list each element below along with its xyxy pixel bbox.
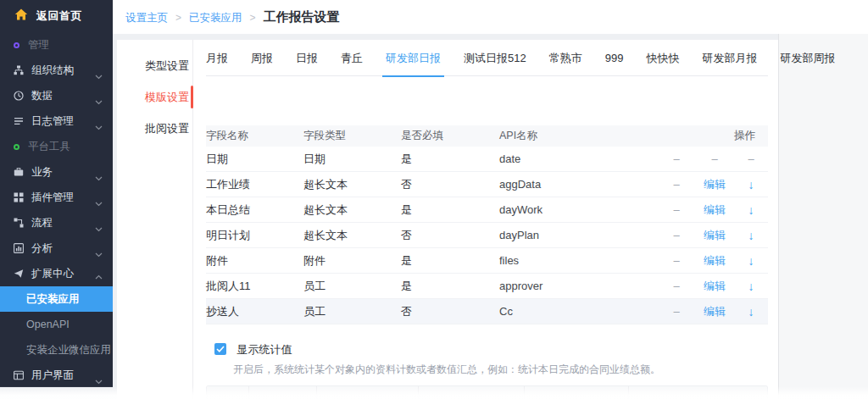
edit-button[interactable]: 编辑 [695,304,734,319]
breadcrumb-link[interactable]: 已安装应用 [189,12,242,24]
field-api: Cc [499,305,658,318]
show-stats-description: 开启后，系统统计某个对象内的资料计数或者数值汇总，例如：统计本日完成的合同业绩总… [214,363,768,377]
move-down-icon[interactable]: ↓ [734,254,768,268]
edit-button[interactable]: 编辑 [695,279,734,294]
field-required: 否 [401,304,499,319]
tab-item[interactable]: 周报 [251,40,273,76]
tab-item[interactable]: 测试日报512 [464,40,526,76]
sidebar-item-label: 业务 [31,165,53,180]
sidebar: 返回首页 管理组织结构数据日志管理平台工具业务插件管理流程分析扩展中心已安装应用… [0,0,113,387]
sidebar-item-label: 安装企业微信应用 [26,343,111,357]
sidebar-item-7[interactable]: 流程 [0,210,113,236]
move-down-icon[interactable]: ↓ [734,305,768,319]
tab-item[interactable]: 999 [605,40,624,76]
field-name: 日期 [206,152,303,167]
field-name: 工作业绩 [206,177,303,192]
edit-button[interactable]: 编辑 [695,253,734,269]
sidebar-item-label: 用户界面 [31,369,74,383]
field-name: 附件 [206,253,303,269]
field-api: files [499,254,658,267]
sidebar-item-12[interactable]: 安装企业微信应用 [0,337,113,363]
sidebar-item-9[interactable]: 扩展中心 [0,261,113,286]
op-dash: – [695,152,734,165]
op-dash: – [734,152,768,165]
sidebar-item-2[interactable]: 数据 [0,83,113,108]
sidebar-item-4[interactable]: 平台工具 [0,134,113,159]
tab-item[interactable]: 研发部日报 [386,40,441,76]
chevron-down-icon [95,93,103,108]
settings-menu-item-0[interactable]: 类型设置 [117,50,192,81]
field-required: 是 [401,253,499,269]
template-tabs: 月报周报日报青丘研发部日报测试日报512常熟市999快快快研发部月报研发部周报 [206,40,768,76]
sidebar-item-5[interactable]: 业务 [0,159,113,185]
chevron-down-icon [95,246,103,261]
content-panel: 月报周报日报青丘研发部日报测试日报512常熟市999快快快研发部月报研发部周报 … [193,40,778,399]
field-required: 是 [401,152,499,167]
edit-button[interactable]: 编辑 [695,202,734,218]
settings-menu-item-2[interactable]: 批阅设置 [117,113,192,144]
field-name: 本日总结 [206,202,303,218]
sidebar-item-label: OpenAPI [26,319,70,330]
show-stats-checkbox[interactable] [214,343,226,355]
log-icon [14,116,24,126]
stats-section: 显示统计值 开启后，系统统计某个对象内的资料计数或者数值汇总，例如：统计本日完成… [206,341,768,377]
back-home-button[interactable]: 返回首页 [0,0,113,32]
tab-item[interactable]: 研发部周报 [780,40,835,76]
move-down-icon[interactable]: ↓ [734,178,768,191]
move-down-icon[interactable]: ↓ [734,280,768,293]
chevron-up-icon [95,271,103,286]
tab-item[interactable]: 常熟市 [549,40,582,76]
op-dash: – [658,178,695,191]
fields-table: 字段名称 字段类型 是否必填 API名称 操作 日期 日期 是 date – –… [206,125,768,324]
sidebar-item-8[interactable]: 分析 [0,236,113,261]
tab-item[interactable]: 青丘 [341,40,363,76]
table-row: 明日计划 超长文本 否 dayPlan – 编辑 ↓ [206,223,768,248]
show-stats-label: 显示统计值 [236,343,292,356]
chevron-down-icon [95,220,103,236]
sidebar-item-label: 日志管理 [31,114,74,129]
sidebar-item-6[interactable]: 插件管理 [0,185,113,210]
table-row: 工作业绩 超长文本 否 aggData – 编辑 ↓ [206,172,768,197]
stats-table-header [207,386,767,399]
field-type: 附件 [303,253,401,269]
page: 返回首页 管理组织结构数据日志管理平台工具业务插件管理流程分析扩展中心已安装应用… [0,0,868,399]
sidebar-item-1[interactable]: 组织结构 [0,58,113,83]
field-api: aggData [499,178,658,191]
tab-item[interactable]: 研发部月报 [702,40,757,76]
sidebar-item-13[interactable]: 用户界面 [0,363,113,388]
sidebar-item-label: 平台工具 [28,140,70,154]
table-row: 批阅人11 员工 是 approver – 编辑 ↓ [206,274,768,299]
sidebar-item-label: 已安装应用 [26,292,80,307]
workflow-icon [14,218,24,228]
col-required: 是否必填 [401,129,499,143]
sidebar-item-3[interactable]: 日志管理 [0,108,113,134]
edit-button[interactable]: 编辑 [695,177,734,192]
move-down-icon[interactable]: ↓ [734,229,768,242]
sidebar-item-10[interactable]: 已安装应用 [0,286,113,312]
field-api: dayPlan [499,229,658,241]
field-api: approver [499,280,658,292]
table-row: 本日总结 超长文本 是 dayWork – 编辑 ↓ [206,197,768,223]
tab-item[interactable]: 月报 [206,40,228,76]
tab-item[interactable]: 日报 [296,40,318,76]
field-name: 抄送人 [206,304,303,319]
breadcrumb-link[interactable]: 设置主页 [125,12,168,24]
sidebar-item-label: 组织结构 [31,64,74,78]
col-field-type: 字段类型 [303,129,401,143]
org-icon [14,65,24,75]
sidebar-item-label: 分析 [31,241,53,256]
edit-button[interactable]: 编辑 [695,228,734,243]
sidebar-item-11[interactable]: OpenAPI [0,312,113,337]
move-down-icon[interactable]: ↓ [734,203,768,217]
field-name: 批阅人11 [206,279,303,294]
sidebar-item-0[interactable]: 管理 [0,32,113,58]
table-row: 附件 附件 是 files – 编辑 ↓ [206,248,768,274]
back-home-label: 返回首页 [36,8,82,24]
field-type: 超长文本 [303,177,401,192]
right-gutter [778,34,868,399]
sidebar-item-label: 插件管理 [31,191,74,205]
op-dash: – [658,254,695,267]
settings-menu: 类型设置模版设置批阅设置 [117,40,193,399]
settings-menu-item-1[interactable]: 模版设置 [117,81,192,113]
tab-item[interactable]: 快快快 [646,40,679,76]
